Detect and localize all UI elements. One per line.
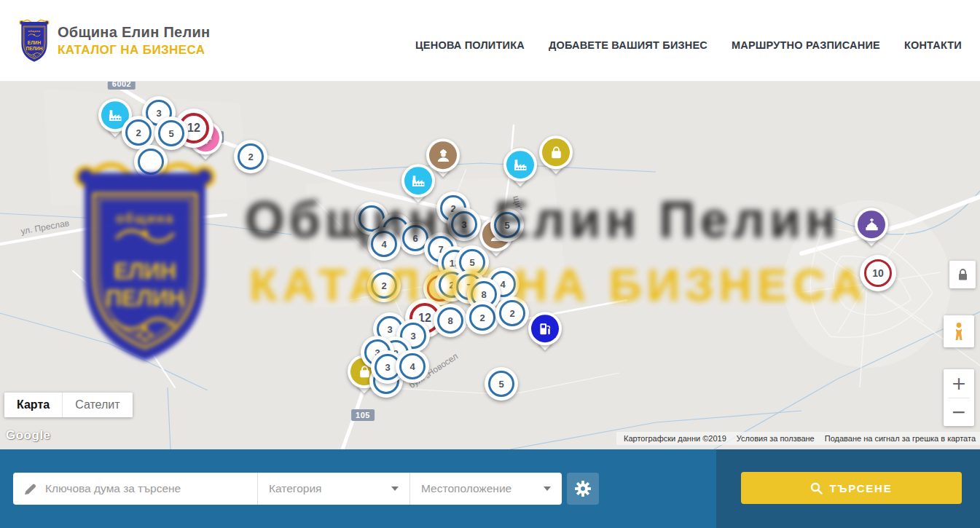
road-badge-6002: 6002 [108,82,136,90]
cluster-marker-5[interactable]: 5 [154,117,188,150]
zoom-control: + − [944,369,974,426]
factory-marker[interactable] [401,164,435,197]
cluster-count: 6 [412,233,418,244]
site-title: Община Елин Пелин КАТАЛОГ НА БИЗНЕСА [58,24,211,58]
cluster-count: 12 [187,122,200,135]
factory-marker[interactable] [503,148,537,181]
search-icon [810,482,823,494]
cluster-marker-2[interactable]: 2 [495,296,529,330]
svg-text:ПЕЛИН: ПЕЛИН [26,46,43,51]
nav-item-4[interactable]: КОНТАКТИ [904,39,962,51]
lock-button[interactable] [949,261,976,288]
church-icon [858,210,885,238]
cluster-count: 3 [156,108,161,119]
cluster-marker-2[interactable]: 2 [367,269,401,302]
lock-icon [957,268,969,282]
nav-item-3[interactable]: МАРШРУТНО РАЗПИСАНИЕ [732,39,880,51]
cluster-count: 2 [509,308,514,319]
map-attribution: Картографски данни ©2019Условия за ползв… [616,432,980,445]
pegman-button[interactable] [944,315,974,347]
cluster-marker-10[interactable]: 10 [860,255,896,291]
google-logo[interactable]: Google [6,428,51,443]
cluster-count: 4 [409,361,415,372]
cluster-count: 8 [447,315,452,326]
bag-marker[interactable] [539,135,573,169]
cluster-count: 5 [504,220,509,231]
chevron-down-icon [391,486,399,491]
page: община ЕЛИН ПЕЛИН Община Елин Пелин КАТА… [0,0,980,528]
attribution-link-1[interactable]: Условия за ползване [737,434,815,443]
chevron-down-icon [544,486,551,491]
cluster-count: 2 [136,127,141,138]
cluster-marker-3[interactable]: 3 [447,208,481,241]
header: община ЕЛИН ПЕЛИН Община Елин Пелин КАТА… [0,0,980,82]
cluster-marker[interactable] [134,145,168,178]
cluster-count: 5 [168,128,173,139]
cluster-count: 3 [387,324,392,335]
category-select[interactable]: Категория [257,473,409,505]
cluster-count: 5 [469,257,474,268]
svg-text:ЕЛИН: ЕЛИН [28,40,42,45]
advanced-settings-button[interactable] [567,473,599,505]
location-select[interactable]: Местоположение [409,473,562,505]
zoom-out-button[interactable]: − [944,398,974,427]
cluster-marker-4[interactable]: 4 [396,350,429,383]
search-button-label: ТЪРСЕНЕ [829,482,892,494]
attribution-link-2[interactable]: Подаване на сигнал за грешка в картата [825,434,976,443]
factory-icon [404,167,432,194]
church-marker[interactable] [855,208,888,241]
municipality-crest-icon: община ЕЛИН ПЕЛИН [17,13,51,68]
cluster-count: 2 [248,151,253,162]
attribution-text: Картографски данни ©2019 [624,434,726,443]
main-nav: ЦЕНОВА ПОЛИТИКАДОБАВЕТЕ ВАШИЯТ БИЗНЕСМАР… [415,39,962,51]
nav-item-1[interactable]: ЦЕНОВА ПОЛИТИКА [415,39,525,51]
road-badge-105: 105 [351,409,375,421]
site-title-line1: Община Елин Пелин [58,24,211,41]
cluster-marker-2[interactable]: 2 [466,301,499,334]
category-select-value: Категория [269,482,321,495]
cluster-marker-4[interactable]: 4 [367,227,401,261]
cluster-count: 2 [479,312,485,323]
site-logo[interactable]: община ЕЛИН ПЕЛИН Община Елин Пелин КАТА… [17,13,211,68]
cluster-marker-5[interactable]: 5 [485,367,518,401]
site-title-line2: КАТАЛОГ НА БИЗНЕСА [58,43,211,58]
cluster-count: 2 [381,280,386,291]
svg-text:община: община [28,31,41,34]
bag-icon [542,138,570,166]
cluster-marker-5[interactable]: 5 [490,208,524,242]
gear-icon [575,481,591,497]
cluster-count: 3 [410,331,415,342]
cluster-count: 3 [385,362,390,373]
zoom-in-button[interactable]: + [944,369,974,398]
search-fields: Категория Местоположение [13,473,562,505]
location-select-value: Местоположение [421,482,511,495]
search-bar: Категория Местоположение [0,449,980,528]
cluster-count: 8 [481,289,486,300]
cluster-count: 3 [461,219,466,230]
map-type-map-button[interactable]: Карта [4,393,62,417]
keyword-field [13,473,257,505]
factory-icon [506,151,534,178]
fuel-icon [531,315,559,342]
cluster-marker-8[interactable]: 8 [434,304,467,337]
keyword-input[interactable] [45,482,257,495]
map-canvas[interactable]: 3 2 12 5 2 2 3 5 6 4 7 13 5 2 2 7 4 8 12… [0,82,980,449]
pencil-icon [24,482,37,495]
cluster-count: 4 [500,279,505,290]
pegman-icon [952,322,966,341]
map-type-satellite-button[interactable]: Сателит [62,393,132,417]
cluster-count: 10 [872,267,884,279]
fuel-marker[interactable] [528,312,562,345]
nav-item-2[interactable]: ДОБАВЕТЕ ВАШИЯТ БИЗНЕС [549,39,707,51]
map-type-control: Карта Сателит [4,393,133,417]
cluster-count: 4 [381,239,386,250]
cluster-marker-2[interactable]: 2 [234,140,267,173]
cluster-count: 5 [498,379,503,390]
search-button[interactable]: ТЪРСЕНЕ [741,472,962,504]
